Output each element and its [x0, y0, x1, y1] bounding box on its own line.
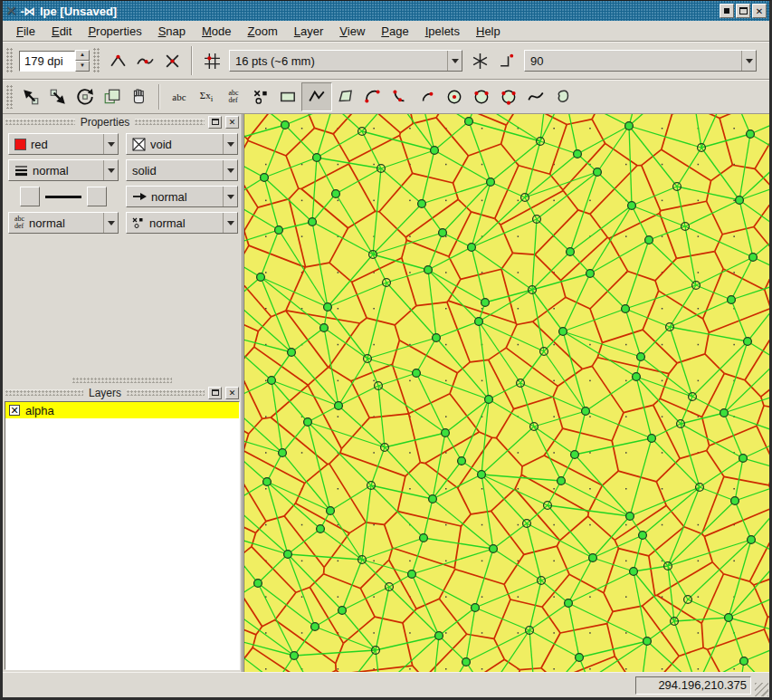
forward-arrow-toggle-button[interactable] [87, 187, 107, 206]
fill-color-dropdown-button[interactable] [223, 134, 237, 154]
arc-tangent-mode-button[interactable] [414, 83, 441, 110]
circle-2pt-mode-icon [472, 88, 491, 106]
spline-mode-icon [527, 88, 545, 106]
close-button[interactable]: ✕ [752, 4, 767, 18]
resolution-up-button[interactable]: ▲ [75, 50, 90, 61]
stroke-color-select[interactable]: red [8, 133, 119, 155]
toolbar-grip[interactable] [6, 48, 14, 73]
snap-vertex-button[interactable] [104, 47, 131, 74]
maximize-icon [739, 7, 748, 14]
toolbar-grip[interactable] [6, 85, 14, 108]
menu-file[interactable]: File [8, 22, 43, 41]
arrow-size-select[interactable]: normal [126, 186, 238, 207]
layer-visibility-checkbox[interactable]: ✕ [9, 405, 20, 416]
mark-shape-dropdown-button[interactable] [223, 213, 237, 233]
layers-close-button[interactable]: ✕ [225, 387, 239, 399]
layers-dock-titlebar: Layers ✕ [3, 385, 242, 400]
resolution-spinbox[interactable]: 179 dpi ▲ ▼ [19, 50, 90, 72]
arrow-size-value: normal [151, 190, 223, 204]
menu-snap[interactable]: Snap [150, 22, 194, 41]
pan-mode-icon [130, 88, 148, 106]
angle-select[interactable]: 90 [524, 50, 757, 72]
arc-tangent-mode-icon [418, 88, 436, 106]
resize-grip[interactable] [755, 683, 768, 696]
polyline-mode-button[interactable] [301, 82, 332, 111]
snap-intersection-button[interactable] [158, 47, 186, 74]
text-style-dropdown-button[interactable] [103, 213, 118, 233]
circle-center-mode-button[interactable] [441, 83, 468, 110]
menu-properties[interactable]: Properties [80, 22, 149, 41]
rectangle-mode-button[interactable] [274, 83, 301, 110]
pen-width-select[interactable]: normal [8, 159, 119, 181]
snap-boundary-icon [137, 53, 154, 70]
fill-color-select[interactable]: void [126, 133, 238, 155]
layers-drag-handle[interactable] [72, 378, 172, 383]
layer-row-alpha[interactable]: ✕ alpha [5, 402, 239, 418]
resolution-value[interactable]: 179 dpi [19, 51, 75, 72]
menu-zoom[interactable]: Zoom [240, 22, 286, 41]
dash-style-select[interactable]: solid [126, 159, 238, 181]
spline-mode-button[interactable] [522, 83, 549, 110]
chevron-down-icon [108, 168, 115, 173]
polyline-mode-icon [308, 88, 326, 106]
stroke-color-dropdown-button[interactable] [103, 134, 118, 154]
mark-shape-value: normal [149, 216, 223, 230]
snap-angle-button[interactable] [466, 47, 493, 74]
menu-view[interactable]: View [331, 22, 373, 41]
chevron-down-icon [108, 221, 115, 225]
splinegon-mode-button[interactable] [549, 83, 577, 110]
reverse-arrow-toggle-button[interactable] [20, 187, 40, 206]
grid-size-dropdown-button[interactable] [447, 51, 462, 71]
menu-help[interactable]: Help [468, 22, 509, 41]
arc-center-mode-button[interactable] [386, 83, 414, 110]
pen-width-dropdown-button[interactable] [103, 160, 118, 180]
layers-float-button[interactable] [208, 387, 222, 399]
pen-width-value: normal [33, 164, 103, 177]
rotate-mode-button[interactable] [71, 83, 99, 110]
polygon-mode-button[interactable] [332, 83, 359, 110]
toolbar-grip[interactable] [93, 48, 100, 73]
pan-mode-button[interactable] [126, 83, 153, 110]
mark-shape-select[interactable]: normal [126, 212, 238, 234]
arc-3pt-mode-button[interactable] [359, 83, 386, 110]
text-style-select[interactable]: abcdef normal [8, 212, 119, 234]
canvas[interactable] [244, 114, 769, 672]
dock-drag-texture[interactable] [5, 389, 83, 396]
resolution-down-button[interactable]: ▼ [75, 61, 90, 72]
dock-drag-texture[interactable] [135, 119, 205, 125]
grid-size-select[interactable]: 16 pts (~6 mm) [229, 50, 462, 72]
angle-dropdown-button[interactable] [741, 51, 756, 71]
select-mode-button[interactable] [17, 83, 44, 110]
chevron-down-icon [746, 59, 753, 63]
label-mode-button[interactable]: abc [166, 83, 193, 110]
side-panel: Properties ✕ red void [3, 114, 243, 672]
menu-ipelets[interactable]: Ipelets [417, 22, 468, 41]
translate-mode-button[interactable] [44, 83, 71, 110]
menu-edit[interactable]: Edit [43, 22, 80, 41]
math-mode-button[interactable]: Σxi [193, 83, 220, 110]
properties-close-button[interactable]: ✕ [225, 116, 239, 129]
dash-style-dropdown-button[interactable] [223, 160, 237, 180]
minimize-button[interactable] [720, 4, 734, 18]
properties-float-button[interactable] [208, 116, 222, 129]
circle-3pt-mode-button[interactable] [495, 83, 522, 110]
menu-layer[interactable]: Layer [286, 22, 332, 41]
maximize-button[interactable] [736, 4, 750, 18]
titlebar[interactable]: ✕ -⋈ Ipe [Unsaved] ✕ [3, 1, 769, 21]
menu-mode[interactable]: Mode [194, 22, 240, 41]
snap-boundary-button[interactable] [131, 47, 158, 74]
dock-drag-texture[interactable] [127, 389, 205, 396]
dock-drag-texture[interactable] [5, 119, 75, 125]
paragraph-mode-button[interactable]: abcdef [220, 83, 247, 110]
snap-intersection-icon [164, 53, 181, 70]
snap-grid-button[interactable] [198, 47, 225, 74]
snap-auto-angle-button[interactable] [493, 47, 520, 74]
menu-page[interactable]: Page [373, 22, 416, 41]
ipe-window: ✕ -⋈ Ipe [Unsaved] ✕ File Edit Propertie… [0, 0, 772, 700]
marks-mode-button[interactable] [247, 83, 274, 110]
stretch-mode-button[interactable] [99, 83, 126, 110]
rotate-mode-icon [76, 88, 94, 106]
arrow-size-dropdown-button[interactable] [223, 187, 237, 206]
chevron-down-icon [227, 195, 234, 199]
circle-2pt-mode-button[interactable] [468, 83, 495, 110]
